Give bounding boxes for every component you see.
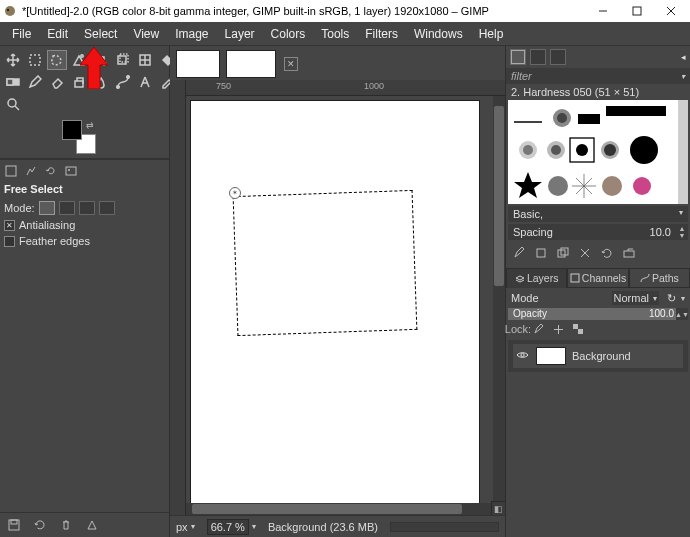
- new-brush-icon[interactable]: [533, 245, 549, 261]
- tool-warp[interactable]: [135, 50, 155, 70]
- lock-alpha-icon[interactable]: [571, 322, 585, 336]
- tool-free-select[interactable]: [47, 50, 67, 70]
- antialias-checkbox[interactable]: ✕: [4, 220, 15, 231]
- opacity-slider[interactable]: Opacity 100.0 ▲▼: [508, 308, 688, 320]
- menu-filters[interactable]: Filters: [357, 24, 406, 44]
- tool-eraser[interactable]: [47, 72, 67, 92]
- window-close-button[interactable]: [654, 0, 688, 22]
- vertical-scrollbar[interactable]: [493, 96, 505, 515]
- device-status-tab-icon[interactable]: [24, 164, 38, 178]
- menu-view[interactable]: View: [125, 24, 167, 44]
- tool-move[interactable]: [3, 50, 23, 70]
- feather-checkbox[interactable]: [4, 236, 15, 247]
- menu-tools[interactable]: Tools: [313, 24, 357, 44]
- tool-pencil[interactable]: [25, 72, 45, 92]
- navigation-icon[interactable]: ◧: [491, 501, 505, 515]
- layer-item[interactable]: Background: [513, 344, 683, 368]
- delete-preset-icon[interactable]: [58, 517, 74, 533]
- edit-brush-icon[interactable]: [511, 245, 527, 261]
- selection-start-handle[interactable]: ✶: [229, 187, 241, 199]
- mode-subtract-button[interactable]: [79, 201, 95, 215]
- tool-crop[interactable]: [91, 50, 111, 70]
- menu-colors[interactable]: Colors: [263, 24, 314, 44]
- mode-intersect-button[interactable]: [99, 201, 115, 215]
- svg-rect-3: [633, 7, 641, 15]
- undo-history-tab-icon[interactable]: [44, 164, 58, 178]
- menu-select[interactable]: Select: [76, 24, 125, 44]
- tool-rotate[interactable]: [113, 50, 133, 70]
- menu-file[interactable]: File: [4, 24, 39, 44]
- canvas-viewport[interactable]: ✶ ◧: [186, 96, 505, 515]
- swap-colors-icon[interactable]: ⇄: [86, 120, 96, 130]
- image-tab-1[interactable]: [176, 50, 220, 78]
- dock-menu-icon[interactable]: ◂: [681, 52, 686, 62]
- patterns-tab-icon[interactable]: [530, 49, 546, 65]
- lock-pixels-icon[interactable]: [531, 322, 545, 336]
- tool-text[interactable]: [135, 72, 155, 92]
- visibility-toggle-icon[interactable]: [516, 350, 530, 362]
- brush-preset-selector[interactable]: Basic,▾: [508, 206, 688, 222]
- close-tab-button[interactable]: ✕: [284, 57, 298, 71]
- image-tab-2[interactable]: [226, 50, 276, 78]
- save-preset-icon[interactable]: [6, 517, 22, 533]
- tool-fuzzy-select[interactable]: [69, 50, 89, 70]
- fg-bg-color[interactable]: ⇄: [62, 120, 102, 154]
- layer-thumbnail[interactable]: [536, 347, 566, 365]
- tool-gradient[interactable]: [3, 72, 23, 92]
- menu-windows[interactable]: Windows: [406, 24, 471, 44]
- spacing-spinner[interactable]: ▲▼: [676, 225, 688, 239]
- reset-colors-icon[interactable]: [62, 144, 72, 154]
- layer-name[interactable]: Background: [572, 350, 631, 362]
- window-minimize-button[interactable]: [586, 0, 620, 22]
- duplicate-brush-icon[interactable]: [555, 245, 571, 261]
- svg-point-25: [557, 113, 567, 123]
- mode-switch-icon[interactable]: ↻: [667, 292, 676, 305]
- svg-marker-37: [514, 172, 542, 198]
- tool-smudge[interactable]: [91, 72, 111, 92]
- svg-rect-50: [573, 324, 578, 329]
- brush-grid[interactable]: [508, 100, 688, 204]
- horizontal-scrollbar[interactable]: [186, 503, 505, 515]
- menu-edit[interactable]: Edit: [39, 24, 76, 44]
- tool-rect-select[interactable]: [25, 50, 45, 70]
- svg-rect-27: [606, 106, 666, 116]
- mode-add-button[interactable]: [59, 201, 75, 215]
- restore-preset-icon[interactable]: [32, 517, 48, 533]
- mode-replace-button[interactable]: [39, 201, 55, 215]
- fonts-tab-icon[interactable]: [550, 49, 566, 65]
- vertical-ruler[interactable]: [170, 96, 186, 515]
- tool-zoom[interactable]: [3, 94, 23, 114]
- progress-bar: [390, 522, 499, 532]
- svg-point-20: [68, 169, 70, 171]
- brush-filter-field[interactable]: filter: [511, 70, 532, 82]
- delete-brush-icon[interactable]: [577, 245, 593, 261]
- tab-channels[interactable]: Channels: [567, 268, 628, 288]
- separator: [0, 158, 169, 160]
- refresh-brush-icon[interactable]: [599, 245, 615, 261]
- svg-rect-14: [75, 81, 83, 87]
- lock-position-icon[interactable]: [551, 322, 565, 336]
- horizontal-ruler[interactable]: 750 1000: [186, 80, 505, 96]
- brush-grid-scrollbar[interactable]: [678, 100, 688, 204]
- reset-preset-icon[interactable]: [84, 517, 100, 533]
- tab-layers[interactable]: Layers: [506, 268, 567, 288]
- tool-options-tab-icon[interactable]: [4, 164, 18, 178]
- window-maximize-button[interactable]: [620, 0, 654, 22]
- canvas[interactable]: ✶: [190, 100, 480, 505]
- brushes-tab-icon[interactable]: [510, 49, 526, 65]
- open-as-image-icon[interactable]: [621, 245, 637, 261]
- chevron-down-icon[interactable]: ▾: [681, 72, 685, 81]
- zoom-field[interactable]: 66.7 %: [207, 519, 249, 535]
- blend-mode-selector[interactable]: Normal▾: [612, 291, 659, 305]
- unit-selector[interactable]: px▾: [170, 521, 201, 533]
- tab-paths[interactable]: Paths: [629, 268, 690, 288]
- images-tab-icon[interactable]: [64, 164, 78, 178]
- tool-path[interactable]: [113, 72, 133, 92]
- menu-image[interactable]: Image: [167, 24, 216, 44]
- menu-help[interactable]: Help: [471, 24, 512, 44]
- menu-layer[interactable]: Layer: [217, 24, 263, 44]
- svg-point-36: [630, 136, 658, 164]
- spacing-value[interactable]: 10.0: [645, 224, 676, 240]
- fg-color-swatch[interactable]: [62, 120, 82, 140]
- tool-clone[interactable]: [69, 72, 89, 92]
